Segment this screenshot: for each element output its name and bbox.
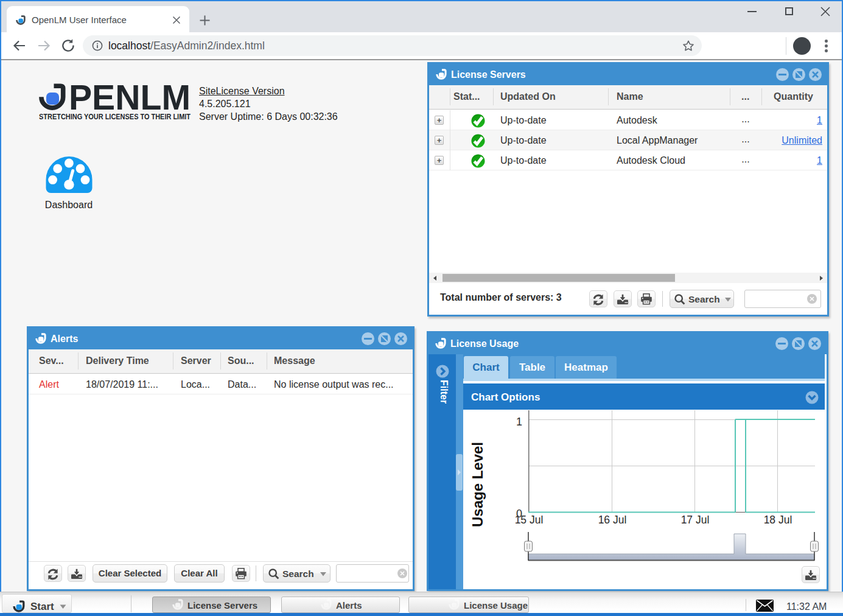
svg-text:STRETCHING YOUR LICENSES TO TH: STRETCHING YOUR LICENSES TO THEIR LIMIT — [39, 112, 191, 121]
